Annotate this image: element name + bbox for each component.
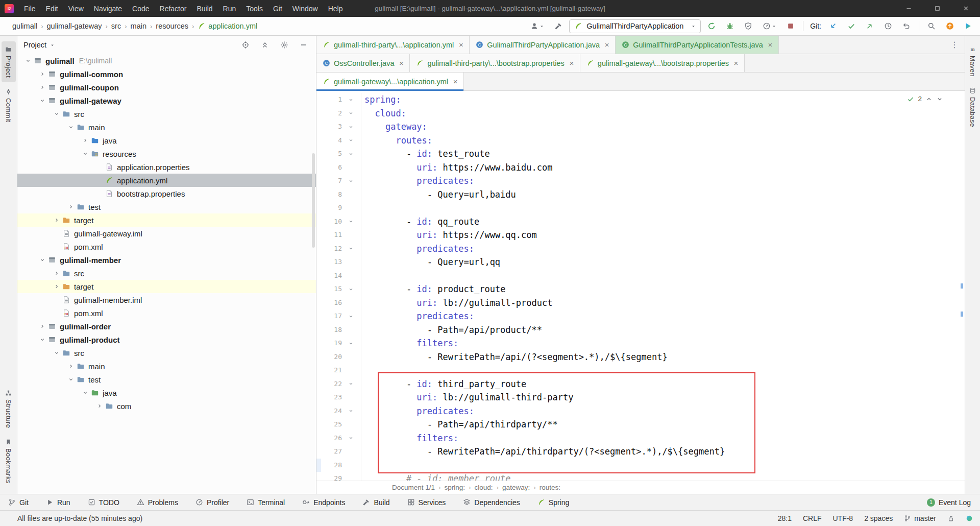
menu-run[interactable]: Run: [218, 0, 241, 17]
tool-window-endpoints[interactable]: Endpoints: [302, 498, 345, 507]
chevron-right-icon[interactable]: [65, 363, 77, 369]
fold-icon[interactable]: [342, 381, 359, 387]
chevron-down-icon[interactable]: [80, 151, 91, 157]
run-configuration-select[interactable]: GulimallThirdPartyApplication: [569, 19, 701, 33]
fold-icon[interactable]: [342, 408, 359, 414]
code-line-21[interactable]: 21: [316, 364, 965, 377]
tool-strip-project[interactable]: Project: [2, 41, 16, 82]
select-opened-file-button[interactable]: [240, 40, 251, 50]
show-history-button[interactable]: [883, 20, 894, 32]
menu-navigate[interactable]: Navigate: [89, 0, 127, 17]
code-line-9[interactable]: 9: [316, 201, 965, 215]
menu-tools[interactable]: Tools: [241, 0, 268, 17]
build-project-button[interactable]: [553, 20, 564, 32]
close-button[interactable]: [951, 0, 980, 17]
code-line-8[interactable]: 8 - Query=url,baidu: [316, 188, 965, 202]
hide-panel-button[interactable]: [299, 40, 309, 50]
breadcrumb-resources[interactable]: resources: [154, 21, 190, 31]
tree-row-java[interactable]: java: [17, 134, 316, 147]
write-access[interactable]: [947, 515, 954, 522]
fold-icon[interactable]: [342, 97, 359, 103]
debug-button[interactable]: [724, 20, 736, 32]
code-line-12[interactable]: 12 predicates:: [316, 242, 965, 256]
code-line-13[interactable]: 13 - Query=url,qq: [316, 255, 965, 269]
chevron-down-icon[interactable]: [51, 350, 62, 356]
error-stripe-mark[interactable]: [961, 312, 963, 317]
more-tabs-icon[interactable]: ⋮: [944, 36, 965, 54]
maximize-button[interactable]: [923, 0, 951, 17]
code-line-18[interactable]: 18 - Path=/api/product/**: [316, 323, 965, 337]
code-line-15[interactable]: 15 - id: product_route: [316, 282, 965, 296]
tool-strip-maven[interactable]: mMaven: [966, 41, 980, 81]
tool-window-git[interactable]: Git: [8, 498, 29, 507]
editor-breadcrumb-gateway[interactable]: gateway:: [502, 484, 530, 491]
code-line-27[interactable]: 27 - RewritePath=/api/thirdparty/(?<segm…: [316, 445, 965, 459]
tool-window-event-log[interactable]: 1Event Log: [927, 498, 971, 507]
tree-row-test[interactable]: test: [17, 373, 316, 386]
tool-window-todo[interactable]: TODO: [88, 498, 119, 507]
close-tab-button[interactable]: ×: [457, 40, 464, 49]
line-separator[interactable]: CRLF: [803, 514, 822, 522]
tree-row-gulimall-member-iml[interactable]: gulimall-member.iml: [17, 293, 316, 306]
previous-problem-button[interactable]: [925, 95, 933, 103]
next-problem-button[interactable]: [936, 95, 943, 103]
project-scrollbar[interactable]: [312, 153, 315, 248]
minimize-button[interactable]: [894, 0, 923, 17]
tree-row-pom-xml[interactable]: mpom.xml: [17, 240, 316, 253]
tool-window-build[interactable]: Build: [362, 498, 389, 507]
tree-row-bootstrap-properties[interactable]: bootstrap.properties: [17, 187, 316, 200]
menu-refactor[interactable]: Refactor: [155, 0, 192, 17]
editor-breadcrumb-spring[interactable]: spring:: [445, 484, 465, 491]
tool-window-dependencies[interactable]: Dependencies: [463, 498, 520, 507]
code-line-25[interactable]: 25 - Path=/api/thirdparty/**: [316, 418, 965, 432]
close-tab-button[interactable]: ×: [603, 40, 610, 49]
tree-row-gulimall-gateway[interactable]: gulimall-gateway: [17, 94, 316, 107]
close-tab-button[interactable]: ×: [398, 59, 405, 67]
fold-icon[interactable]: [342, 341, 359, 346]
code-line-3[interactable]: 3 gateway:: [316, 120, 965, 134]
code-line-20[interactable]: 20 - RewritePath=/api/(?<segment>.*),/$\…: [316, 350, 965, 364]
breadcrumb-gulimall[interactable]: gulimall: [10, 21, 39, 31]
code-line-17[interactable]: 17 predicates:: [316, 309, 965, 323]
chevron-down-icon[interactable]: [65, 124, 77, 130]
chevron-right-icon[interactable]: [65, 204, 77, 210]
tool-window-spring[interactable]: Spring: [537, 498, 569, 507]
editor-tab-gulimall-third-party-bootstrap-properties[interactable]: gulimall-third-party\...\bootstrap.prope…: [410, 54, 580, 72]
search-everywhere-button[interactable]: [926, 20, 937, 32]
chevron-down-icon[interactable]: [80, 390, 91, 396]
close-tab-button[interactable]: ×: [732, 59, 740, 67]
chevron-right-icon[interactable]: [37, 71, 48, 77]
chevron-right-icon[interactable]: [51, 270, 62, 276]
chevron-down-icon[interactable]: [22, 58, 34, 64]
tool-strip-bookmarks[interactable]: Bookmarks: [2, 434, 16, 488]
tree-row-pom-xml[interactable]: mpom.xml: [17, 306, 316, 320]
close-tab-button[interactable]: ×: [767, 40, 774, 49]
fold-icon[interactable]: [342, 246, 359, 251]
tree-row-gulimall-member[interactable]: gulimall-member: [17, 253, 316, 267]
code-line-28[interactable]: 28: [316, 459, 321, 472]
tool-strip-commit[interactable]: Commit: [2, 84, 16, 127]
ide-indicator[interactable]: [966, 515, 973, 522]
code-line-24[interactable]: 24 predicates:: [316, 404, 965, 418]
code-line-19[interactable]: 19 filters:: [316, 337, 965, 350]
editor-breadcrumb-cloud[interactable]: cloud:: [475, 484, 493, 491]
tree-row-main[interactable]: main: [17, 360, 316, 373]
menu-code[interactable]: Code: [127, 0, 154, 17]
update-project-button[interactable]: [827, 20, 839, 32]
menu-view[interactable]: View: [63, 0, 89, 17]
chevron-right-icon[interactable]: [80, 137, 91, 144]
tool-window-terminal[interactable]: Terminal: [247, 498, 285, 507]
chevron-right-icon[interactable]: [51, 283, 62, 290]
push-button[interactable]: [864, 20, 875, 32]
run-with-coverage-button[interactable]: [743, 20, 754, 32]
fold-icon[interactable]: [342, 137, 359, 143]
tree-row-target[interactable]: target: [17, 280, 316, 293]
tool-window-profiler[interactable]: Profiler: [195, 498, 229, 507]
fold-icon[interactable]: [342, 178, 359, 184]
fold-icon[interactable]: [342, 286, 359, 292]
chevron-right-icon[interactable]: [51, 217, 62, 223]
tree-row-resources[interactable]: resources: [17, 147, 316, 160]
tree-row-target[interactable]: target: [17, 213, 316, 227]
menu-file[interactable]: File: [19, 0, 41, 17]
code-line-22[interactable]: 22 - id: third_party_route: [316, 377, 965, 391]
